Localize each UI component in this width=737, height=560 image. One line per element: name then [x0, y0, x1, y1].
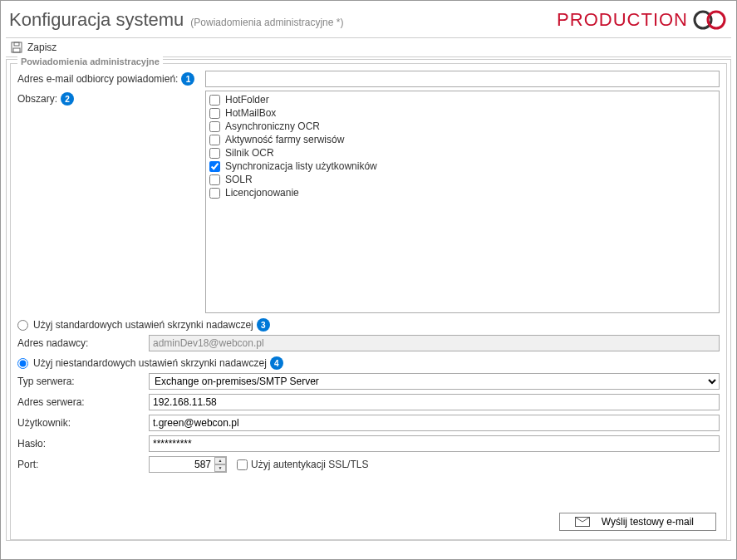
area-label: SOLR — [225, 174, 253, 185]
area-item: Aktywność farmy serwisów — [209, 133, 715, 146]
user-input[interactable] — [149, 415, 720, 431]
badge-4: 4 — [270, 356, 283, 370]
send-test-email-label: Wyślij testowy e-mail — [602, 516, 694, 528]
port-spinner-down[interactable]: ▼ — [214, 464, 226, 472]
badge-1: 1 — [181, 72, 194, 86]
server-type-label: Typ serwera: — [17, 376, 149, 387]
svg-rect-3 — [14, 42, 19, 46]
area-checkbox-licensing[interactable] — [209, 188, 220, 199]
badge-3: 3 — [257, 318, 270, 332]
radio-custom-sendbox[interactable] — [17, 358, 28, 369]
area-item: HotFolder — [209, 93, 715, 106]
area-item: Licencjonowanie — [209, 186, 715, 199]
radio-custom-label: Użyj niestandardowych ustawień skrzynki … — [33, 357, 267, 369]
send-test-email-button[interactable]: Wyślij testowy e-mail — [559, 513, 716, 531]
area-label: HotFolder — [225, 94, 269, 106]
badge-2: 2 — [61, 92, 74, 106]
page-subtitle: (Powiadomienia administracyjne *) — [190, 17, 343, 28]
area-label: Asynchroniczny OCR — [225, 120, 320, 132]
area-label: Aktywność farmy serwisów — [225, 134, 344, 145]
area-item: Silnik OCR — [209, 146, 715, 160]
area-label: HotMailBox — [225, 107, 276, 119]
save-button[interactable]: Zapisz — [27, 42, 57, 53]
area-item: Synchronizacja listy użytkowników — [209, 160, 715, 173]
area-checkbox-farm-activity[interactable] — [209, 135, 220, 145]
fieldset-legend: Powiadomienia administracyjne — [17, 56, 163, 66]
ssl-label: Użyj autentykacji SSL/TLS — [251, 459, 368, 470]
production-label: PRODUCTION — [557, 9, 688, 31]
content-panel: Powiadomienia administracyjne Adres e-ma… — [6, 59, 731, 541]
area-item: HotMailBox — [209, 106, 715, 120]
area-checkbox-hotfolder[interactable] — [209, 95, 220, 106]
area-item: Asynchroniczny OCR — [209, 120, 715, 133]
server-address-label: Adres serwera: — [17, 396, 149, 408]
area-checkbox-solr[interactable] — [209, 174, 220, 185]
sender-address-input — [149, 335, 720, 351]
areas-listbox[interactable]: HotFolder HotMailBox Asynchroniczny OCR … — [205, 91, 720, 313]
email-recipient-input[interactable] — [205, 71, 720, 87]
header: Konfiguracja systemu (Powiadomienia admi… — [6, 6, 731, 38]
mail-icon — [575, 517, 590, 527]
area-checkbox-user-sync[interactable] — [209, 161, 220, 172]
toolbar: Zapisz — [6, 38, 731, 57]
radio-standard-label: Użyj standardowych ustawień skrzynki nad… — [33, 319, 253, 331]
area-item: SOLR — [209, 173, 715, 186]
radio-standard-sendbox[interactable] — [17, 320, 28, 331]
notifications-fieldset: Powiadomienia administracyjne Adres e-ma… — [10, 63, 727, 540]
port-spinner-up[interactable]: ▲ — [214, 457, 226, 464]
area-checkbox-hotmailbox[interactable] — [209, 108, 220, 119]
password-input[interactable] — [149, 435, 720, 452]
production-logo-icon — [693, 9, 726, 31]
production-badge: PRODUCTION — [557, 9, 726, 31]
email-recipient-label: Adres e-mail odbiorcy powiadomień: — [17, 73, 178, 85]
main-window: Konfiguracja systemu (Powiadomienia admi… — [0, 0, 737, 560]
ssl-checkbox[interactable] — [237, 459, 248, 470]
server-address-input[interactable] — [149, 394, 720, 410]
area-label: Licencjonowanie — [225, 187, 299, 199]
areas-label: Obszary: — [17, 93, 57, 105]
port-label: Port: — [17, 459, 149, 470]
area-checkbox-ocr-engine[interactable] — [209, 148, 220, 159]
area-checkbox-async-ocr[interactable] — [209, 121, 220, 132]
password-label: Hasło: — [17, 438, 149, 449]
save-icon — [11, 42, 22, 53]
area-label: Synchronizacja listy użytkowników — [225, 160, 377, 172]
user-label: Użytkownik: — [17, 417, 149, 429]
server-type-select[interactable]: Exchange on-premises/SMTP Server — [149, 373, 720, 390]
svg-rect-4 — [13, 48, 20, 52]
page-title: Konfiguracja systemu — [9, 9, 184, 31]
sender-address-label: Adres nadawcy: — [17, 337, 149, 349]
area-label: Silnik OCR — [225, 147, 274, 159]
